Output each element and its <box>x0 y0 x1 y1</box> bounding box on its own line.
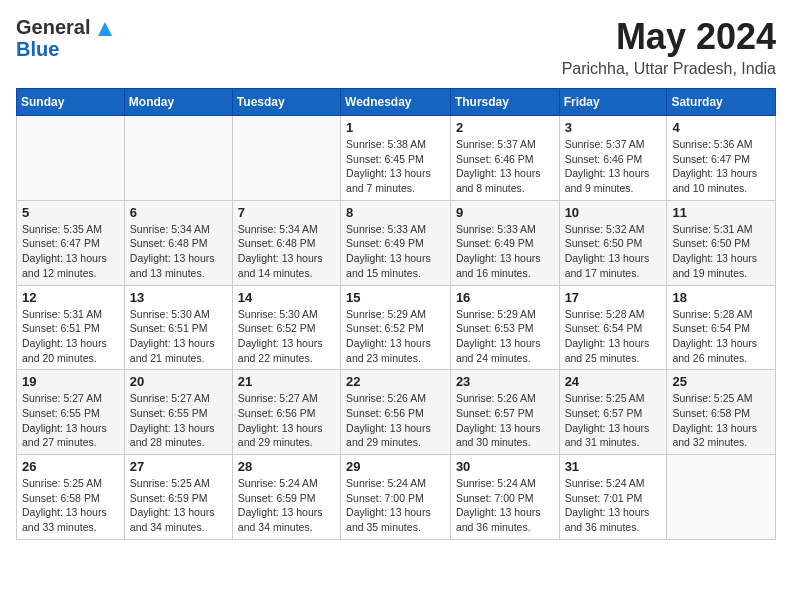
calendar-cell: 21Sunrise: 5:27 AM Sunset: 6:56 PM Dayli… <box>232 370 340 455</box>
header-saturday: Saturday <box>667 89 776 116</box>
calendar-title: May 2024 <box>562 16 776 58</box>
day-number: 18 <box>672 290 770 305</box>
week-row-3: 12Sunrise: 5:31 AM Sunset: 6:51 PM Dayli… <box>17 285 776 370</box>
day-number: 6 <box>130 205 227 220</box>
calendar-cell: 16Sunrise: 5:29 AM Sunset: 6:53 PM Dayli… <box>450 285 559 370</box>
day-info: Sunrise: 5:26 AM Sunset: 6:56 PM Dayligh… <box>346 391 445 450</box>
calendar-cell: 19Sunrise: 5:27 AM Sunset: 6:55 PM Dayli… <box>17 370 125 455</box>
calendar-cell: 11Sunrise: 5:31 AM Sunset: 6:50 PM Dayli… <box>667 200 776 285</box>
header-tuesday: Tuesday <box>232 89 340 116</box>
day-info: Sunrise: 5:27 AM Sunset: 6:56 PM Dayligh… <box>238 391 335 450</box>
day-number: 8 <box>346 205 445 220</box>
calendar-cell: 7Sunrise: 5:34 AM Sunset: 6:48 PM Daylig… <box>232 200 340 285</box>
day-number: 19 <box>22 374 119 389</box>
header-friday: Friday <box>559 89 667 116</box>
day-info: Sunrise: 5:30 AM Sunset: 6:52 PM Dayligh… <box>238 307 335 366</box>
day-info: Sunrise: 5:24 AM Sunset: 7:00 PM Dayligh… <box>346 476 445 535</box>
calendar-cell <box>667 455 776 540</box>
header-thursday: Thursday <box>450 89 559 116</box>
day-number: 5 <box>22 205 119 220</box>
week-row-1: 1Sunrise: 5:38 AM Sunset: 6:45 PM Daylig… <box>17 116 776 201</box>
page-header: General Blue May 2024 Parichha, Uttar Pr… <box>16 16 776 78</box>
calendar-cell: 18Sunrise: 5:28 AM Sunset: 6:54 PM Dayli… <box>667 285 776 370</box>
logo-text: General <box>16 16 112 38</box>
day-number: 1 <box>346 120 445 135</box>
calendar-cell: 2Sunrise: 5:37 AM Sunset: 6:46 PM Daylig… <box>450 116 559 201</box>
day-number: 24 <box>565 374 662 389</box>
day-number: 21 <box>238 374 335 389</box>
calendar-cell <box>124 116 232 201</box>
calendar-header-row: Sunday Monday Tuesday Wednesday Thursday… <box>17 89 776 116</box>
svg-marker-0 <box>98 22 112 36</box>
day-info: Sunrise: 5:31 AM Sunset: 6:50 PM Dayligh… <box>672 222 770 281</box>
logo-triangle-icon <box>98 22 112 36</box>
day-number: 13 <box>130 290 227 305</box>
calendar-cell: 23Sunrise: 5:26 AM Sunset: 6:57 PM Dayli… <box>450 370 559 455</box>
calendar-cell: 26Sunrise: 5:25 AM Sunset: 6:58 PM Dayli… <box>17 455 125 540</box>
day-number: 9 <box>456 205 554 220</box>
day-number: 27 <box>130 459 227 474</box>
calendar-cell: 4Sunrise: 5:36 AM Sunset: 6:47 PM Daylig… <box>667 116 776 201</box>
day-info: Sunrise: 5:25 AM Sunset: 6:57 PM Dayligh… <box>565 391 662 450</box>
day-number: 10 <box>565 205 662 220</box>
day-info: Sunrise: 5:25 AM Sunset: 6:59 PM Dayligh… <box>130 476 227 535</box>
calendar-cell: 17Sunrise: 5:28 AM Sunset: 6:54 PM Dayli… <box>559 285 667 370</box>
calendar-table: Sunday Monday Tuesday Wednesday Thursday… <box>16 88 776 540</box>
calendar-cell: 12Sunrise: 5:31 AM Sunset: 6:51 PM Dayli… <box>17 285 125 370</box>
day-number: 29 <box>346 459 445 474</box>
calendar-cell <box>17 116 125 201</box>
day-number: 7 <box>238 205 335 220</box>
calendar-cell: 24Sunrise: 5:25 AM Sunset: 6:57 PM Dayli… <box>559 370 667 455</box>
day-info: Sunrise: 5:33 AM Sunset: 6:49 PM Dayligh… <box>456 222 554 281</box>
header-sunday: Sunday <box>17 89 125 116</box>
calendar-cell: 20Sunrise: 5:27 AM Sunset: 6:55 PM Dayli… <box>124 370 232 455</box>
calendar-cell: 13Sunrise: 5:30 AM Sunset: 6:51 PM Dayli… <box>124 285 232 370</box>
calendar-cell: 9Sunrise: 5:33 AM Sunset: 6:49 PM Daylig… <box>450 200 559 285</box>
week-row-2: 5Sunrise: 5:35 AM Sunset: 6:47 PM Daylig… <box>17 200 776 285</box>
day-info: Sunrise: 5:35 AM Sunset: 6:47 PM Dayligh… <box>22 222 119 281</box>
day-number: 31 <box>565 459 662 474</box>
day-info: Sunrise: 5:26 AM Sunset: 6:57 PM Dayligh… <box>456 391 554 450</box>
day-info: Sunrise: 5:38 AM Sunset: 6:45 PM Dayligh… <box>346 137 445 196</box>
calendar-cell: 27Sunrise: 5:25 AM Sunset: 6:59 PM Dayli… <box>124 455 232 540</box>
calendar-cell: 25Sunrise: 5:25 AM Sunset: 6:58 PM Dayli… <box>667 370 776 455</box>
calendar-cell <box>232 116 340 201</box>
day-number: 20 <box>130 374 227 389</box>
day-info: Sunrise: 5:37 AM Sunset: 6:46 PM Dayligh… <box>565 137 662 196</box>
day-info: Sunrise: 5:31 AM Sunset: 6:51 PM Dayligh… <box>22 307 119 366</box>
calendar-subtitle: Parichha, Uttar Pradesh, India <box>562 60 776 78</box>
day-info: Sunrise: 5:36 AM Sunset: 6:47 PM Dayligh… <box>672 137 770 196</box>
day-info: Sunrise: 5:37 AM Sunset: 6:46 PM Dayligh… <box>456 137 554 196</box>
day-info: Sunrise: 5:24 AM Sunset: 6:59 PM Dayligh… <box>238 476 335 535</box>
day-info: Sunrise: 5:24 AM Sunset: 7:01 PM Dayligh… <box>565 476 662 535</box>
calendar-cell: 22Sunrise: 5:26 AM Sunset: 6:56 PM Dayli… <box>341 370 451 455</box>
day-number: 11 <box>672 205 770 220</box>
day-info: Sunrise: 5:34 AM Sunset: 6:48 PM Dayligh… <box>238 222 335 281</box>
calendar-cell: 29Sunrise: 5:24 AM Sunset: 7:00 PM Dayli… <box>341 455 451 540</box>
header-monday: Monday <box>124 89 232 116</box>
day-info: Sunrise: 5:29 AM Sunset: 6:53 PM Dayligh… <box>456 307 554 366</box>
logo-blue-text: Blue <box>16 38 59 60</box>
day-number: 25 <box>672 374 770 389</box>
day-number: 14 <box>238 290 335 305</box>
day-info: Sunrise: 5:25 AM Sunset: 6:58 PM Dayligh… <box>22 476 119 535</box>
day-number: 28 <box>238 459 335 474</box>
day-number: 12 <box>22 290 119 305</box>
day-number: 15 <box>346 290 445 305</box>
day-number: 23 <box>456 374 554 389</box>
day-info: Sunrise: 5:33 AM Sunset: 6:49 PM Dayligh… <box>346 222 445 281</box>
day-number: 22 <box>346 374 445 389</box>
day-info: Sunrise: 5:24 AM Sunset: 7:00 PM Dayligh… <box>456 476 554 535</box>
header-wednesday: Wednesday <box>341 89 451 116</box>
calendar-cell: 3Sunrise: 5:37 AM Sunset: 6:46 PM Daylig… <box>559 116 667 201</box>
calendar-cell: 28Sunrise: 5:24 AM Sunset: 6:59 PM Dayli… <box>232 455 340 540</box>
day-info: Sunrise: 5:34 AM Sunset: 6:48 PM Dayligh… <box>130 222 227 281</box>
calendar-cell: 14Sunrise: 5:30 AM Sunset: 6:52 PM Dayli… <box>232 285 340 370</box>
day-info: Sunrise: 5:32 AM Sunset: 6:50 PM Dayligh… <box>565 222 662 281</box>
day-number: 26 <box>22 459 119 474</box>
calendar-cell: 10Sunrise: 5:32 AM Sunset: 6:50 PM Dayli… <box>559 200 667 285</box>
day-number: 30 <box>456 459 554 474</box>
day-number: 4 <box>672 120 770 135</box>
day-info: Sunrise: 5:25 AM Sunset: 6:58 PM Dayligh… <box>672 391 770 450</box>
day-number: 2 <box>456 120 554 135</box>
